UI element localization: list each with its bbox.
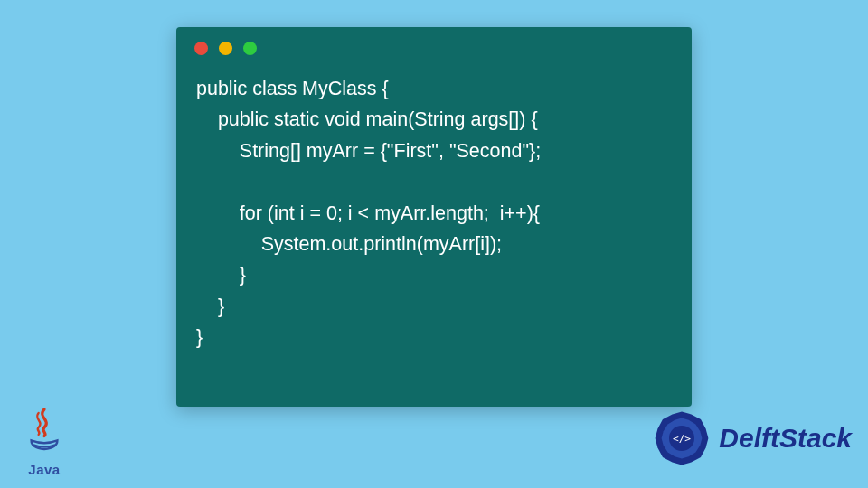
close-icon[interactable] [194, 42, 208, 55]
java-logo: Java [16, 406, 72, 477]
code-block: public class MyClass { public static voi… [176, 64, 692, 371]
java-cup-icon [16, 406, 72, 462]
maximize-icon[interactable] [243, 42, 257, 55]
code-line: for (int i = 0; i < myArr.length; i++){ [196, 202, 540, 224]
delftstack-text: DelftStack [719, 423, 852, 454]
delftstack-badge-icon: </> [650, 407, 713, 470]
window-traffic-lights [176, 27, 692, 64]
minimize-icon[interactable] [219, 42, 232, 55]
code-line: } [196, 326, 203, 348]
code-line: String[] myArr = {"First", "Second"}; [196, 140, 541, 162]
code-line: } [196, 264, 246, 286]
svg-text:</>: </> [673, 433, 691, 445]
java-logo-label: Java [16, 462, 72, 477]
code-line: System.out.println(myArr[i]); [196, 233, 502, 255]
code-line: public static void main(String args[]) { [196, 108, 538, 130]
code-window: public class MyClass { public static voi… [176, 27, 692, 407]
code-line: } [196, 296, 224, 317]
delftstack-brand: </> DelftStack [650, 407, 852, 470]
code-line: public class MyClass { [196, 78, 389, 99]
